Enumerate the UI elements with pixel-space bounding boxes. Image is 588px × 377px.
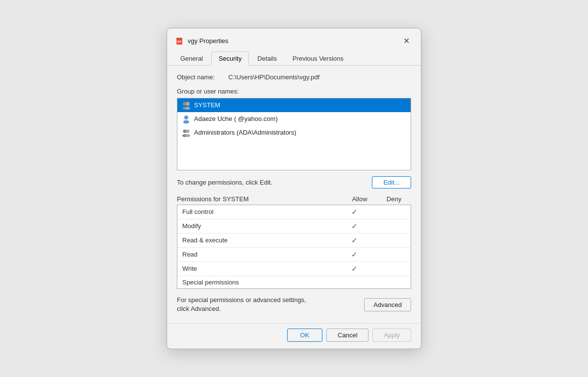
pdf-icon: PDF <box>175 37 184 46</box>
object-name-value: C:\Users\HP\Documents\vgy.pdf <box>228 73 319 81</box>
advanced-button[interactable]: Advanced <box>364 298 411 311</box>
edit-button[interactable]: Edit... <box>372 176 411 188</box>
perm-full-control-label: Full control <box>182 208 337 215</box>
tab-details[interactable]: Details <box>250 51 284 66</box>
dialog-footer: OK Cancel Apply <box>167 323 421 349</box>
admin-group-icon <box>181 128 191 138</box>
svg-point-5 <box>185 107 190 110</box>
svg-point-7 <box>183 120 189 123</box>
close-button[interactable]: ✕ <box>399 34 413 48</box>
advanced-row: For special permissions or advanced sett… <box>177 296 411 313</box>
change-permissions-text: To change permissions, click Edit. <box>177 179 272 186</box>
advanced-text: For special permissions or advanced sett… <box>177 296 319 313</box>
user-list[interactable]: SYSTEM Adaeze Uche ( @yahoo.com) <box>177 98 411 170</box>
object-name-row: Object name: C:\Users\HP\Documents\vgy.p… <box>177 73 411 81</box>
perm-write-label: Write <box>182 265 337 272</box>
dialog-title: vgy Properties <box>188 37 399 45</box>
ok-button[interactable]: OK <box>287 329 322 342</box>
properties-dialog: PDF vgy Properties ✕ General Security De… <box>167 28 421 349</box>
tab-general[interactable]: General <box>173 51 210 66</box>
user-item-admin-name: Administrators (ADA\Administrators) <box>194 129 296 136</box>
svg-point-11 <box>185 134 190 137</box>
perm-read-allow: ✓ <box>337 250 371 259</box>
security-tab-content: Object name: C:\Users\HP\Documents\vgy.p… <box>167 66 421 323</box>
group-label: Group or user names: <box>177 88 411 95</box>
perm-write: Write ✓ <box>177 262 411 276</box>
object-name-label: Object name: <box>177 73 228 81</box>
perm-read-execute-label: Read & execute <box>182 236 337 244</box>
perm-header: Permissions for SYSTEM Allow Deny <box>177 195 411 203</box>
user-item-system[interactable]: SYSTEM <box>177 98 411 112</box>
user-item-system-name: SYSTEM <box>194 101 220 109</box>
svg-text:PDF: PDF <box>177 40 182 43</box>
svg-point-9 <box>186 129 190 133</box>
tab-bar: General Security Details Previous Versio… <box>167 51 421 66</box>
user-item-adaeze-name: Adaeze Uche ( @yahoo.com) <box>194 115 278 122</box>
cancel-button[interactable]: Cancel <box>326 329 368 342</box>
perm-read-label: Read <box>182 251 337 258</box>
perm-read-execute-allow: ✓ <box>337 236 371 245</box>
permissions-table: Full control ✓ Modify ✓ Read & execute ✓… <box>177 205 411 289</box>
perm-write-allow: ✓ <box>337 264 371 273</box>
user-item-administrators[interactable]: Administrators (ADA\Administrators) <box>177 126 411 140</box>
adaeze-user-icon <box>181 114 191 124</box>
apply-button[interactable]: Apply <box>372 329 411 342</box>
system-user-icon <box>181 100 191 110</box>
perm-modify-allow: ✓ <box>337 222 371 231</box>
perm-allow-header: Allow <box>343 195 377 203</box>
perm-read-execute: Read & execute ✓ <box>177 234 411 248</box>
svg-point-6 <box>184 116 188 119</box>
tab-security[interactable]: Security <box>211 51 249 66</box>
svg-point-3 <box>186 102 190 106</box>
permissions-section: Permissions for SYSTEM Allow Deny Full c… <box>177 195 411 289</box>
perm-full-control-allow: ✓ <box>337 208 371 216</box>
perm-modify-label: Modify <box>182 222 337 230</box>
perm-read: Read ✓ <box>177 248 411 262</box>
user-item-adaeze[interactable]: Adaeze Uche ( @yahoo.com) <box>177 112 411 126</box>
title-bar: PDF vgy Properties ✕ <box>167 28 421 49</box>
svg-point-8 <box>183 129 187 133</box>
perm-special-label: Special permissions <box>182 279 337 286</box>
perm-modify: Modify ✓ <box>177 219 411 234</box>
perm-special: Special permissions <box>177 276 411 288</box>
perm-deny-header: Deny <box>377 195 411 203</box>
tab-previous-versions[interactable]: Previous Versions <box>285 51 351 66</box>
permissions-title: Permissions for SYSTEM <box>177 195 343 203</box>
change-permissions-row: To change permissions, click Edit. Edit.… <box>177 176 411 188</box>
perm-full-control: Full control ✓ <box>177 205 411 219</box>
